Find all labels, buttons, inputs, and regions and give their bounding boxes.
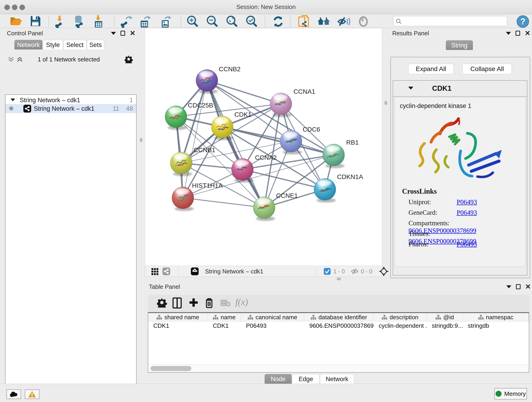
show-columns-icon[interactable] (172, 298, 182, 308)
collection-expand-icon[interactable] (11, 99, 15, 101)
table-cell[interactable]: stringdb (463, 321, 529, 330)
left-splitter-handle[interactable] (140, 138, 143, 142)
network-node-CDK1[interactable] (211, 116, 233, 140)
tab-sets[interactable]: Sets (87, 40, 104, 50)
add-column-icon[interactable] (189, 298, 199, 307)
crosslink-link[interactable]: P06493 (457, 209, 477, 216)
crosslink-link[interactable]: P06493 (457, 240, 477, 248)
network-node-RB1[interactable] (323, 144, 345, 168)
column-header-description[interactable]: description (374, 313, 427, 321)
warning-button[interactable] (25, 389, 39, 399)
tab-style[interactable]: Style (43, 40, 63, 50)
export-table-icon[interactable] (138, 15, 151, 27)
close-panel-icon[interactable]: ✕ (130, 31, 135, 36)
float-panel-icon[interactable] (515, 31, 520, 36)
tab-select[interactable]: Select (63, 40, 86, 50)
expand-all-button[interactable]: Expand All (408, 64, 454, 74)
cloud-status-button[interactable] (6, 389, 21, 399)
tab-network-table[interactable]: Network Table (320, 374, 354, 384)
selected-checkbox-icon[interactable] (324, 268, 331, 275)
import-table-icon[interactable] (92, 15, 105, 27)
column-header-name[interactable]: name (208, 313, 241, 321)
column-header-canonical-name[interactable]: canonical name (241, 313, 304, 321)
export-image-icon[interactable] (158, 15, 171, 27)
scrollbar-thumb[interactable] (151, 366, 191, 371)
table-cell[interactable]: P06493 (241, 321, 304, 330)
section-collapse-icon[interactable] (408, 87, 413, 89)
table-options-gear-icon[interactable] (157, 298, 167, 307)
column-header--id[interactable]: @id (427, 313, 463, 321)
network-row-label: String Network – cdk1 (34, 105, 94, 112)
memory-button[interactable]: Memory (494, 388, 527, 400)
float-panel-icon[interactable] (120, 31, 125, 36)
crosslink-label: Compartments: (409, 219, 457, 227)
network-options-gear-icon[interactable] (125, 55, 133, 63)
network-node-CCNB1[interactable] (170, 152, 192, 176)
clone-network-icon[interactable] (297, 15, 310, 27)
refresh-icon[interactable] (272, 15, 285, 27)
close-panel-icon[interactable]: ✕ (525, 31, 530, 36)
import-database-icon[interactable] (72, 15, 85, 27)
network-collection-row[interactable]: String Network – cdk1 1 (6, 96, 136, 104)
horizontal-scrollbar[interactable] (148, 364, 529, 372)
close-panel-icon[interactable]: ✕ (525, 284, 531, 289)
network-canvas[interactable]: CCNB2CCNA1CDC25BCDK1CDC6RB1CCNB1CCNA2CDK… (145, 28, 382, 266)
network-node-CDC6[interactable] (280, 130, 302, 154)
search-input[interactable] (404, 17, 504, 26)
table-cell[interactable]: 9606.ENSP00000378699 (304, 321, 374, 330)
network-node-CCNA2[interactable] (231, 158, 253, 183)
import-network-icon[interactable] (53, 15, 66, 27)
collapse-all-button[interactable]: Collapse All (462, 64, 512, 74)
tab-node-table[interactable]: Node Table (265, 374, 292, 384)
right-splitter-handle[interactable] (385, 101, 387, 105)
save-session-icon[interactable] (29, 15, 42, 27)
network-node-HIST1H1A[interactable] (172, 187, 194, 211)
network-edge-CCNE1-HIST1H1A[interactable] (183, 198, 264, 208)
zoom-in-icon[interactable] (186, 15, 199, 27)
network-node-CDC25B[interactable] (165, 106, 187, 130)
column-header-shared-name[interactable]: shared name (148, 313, 208, 321)
birds-eye-view-icon[interactable] (379, 267, 388, 276)
collapse-all-networks-icon[interactable] (8, 56, 14, 62)
hide-selected-icon[interactable] (337, 15, 350, 27)
collapse-panel-icon[interactable] (506, 32, 511, 35)
help-icon[interactable]: ? (516, 15, 529, 27)
zoom-selected-icon[interactable] (245, 15, 258, 27)
table-cell[interactable]: CDK1 (148, 321, 208, 330)
table-cell[interactable]: CDK1 (208, 321, 241, 330)
tab-network[interactable]: Network (14, 40, 42, 50)
delete-column-icon[interactable] (205, 298, 214, 308)
open-session-icon[interactable] (10, 15, 22, 27)
column-header-namespac[interactable]: namespac (463, 313, 529, 321)
first-neighbors-icon[interactable] (317, 15, 329, 27)
tab-string[interactable]: String (446, 40, 473, 50)
export-network-icon[interactable] (119, 15, 132, 27)
collapse-panel-icon[interactable] (111, 32, 116, 35)
network-edge-CCNB2-CCNA1[interactable] (207, 80, 281, 104)
table-cell[interactable]: stringdb:9... (427, 321, 463, 330)
zoom-fit-icon[interactable] (225, 15, 238, 27)
crosslink-link[interactable]: P06493 (457, 198, 477, 206)
collapse-panel-icon[interactable] (506, 285, 511, 288)
table-cell[interactable]: cyclin-dependent ... (374, 321, 427, 330)
column-header-label: description (389, 314, 418, 321)
float-panel-icon[interactable] (516, 284, 520, 289)
show-graphics-details-icon[interactable] (357, 15, 370, 27)
network-node-CDKN1A[interactable] (314, 178, 336, 203)
grid-view-icon[interactable] (152, 268, 158, 275)
gene-section-header[interactable]: CDK1 (393, 81, 527, 97)
column-header-database-identifier[interactable]: database identifier (304, 313, 374, 321)
network-node-CCNE1[interactable] (253, 197, 275, 221)
expand-all-networks-icon[interactable] (17, 56, 23, 62)
horizontal-splitter-handle[interactable] (337, 278, 341, 280)
table-row[interactable]: CDK1CDK1P064939606.ENSP00000378699cyclin… (148, 321, 529, 330)
network-edge-CCNB2-HIST1H1A[interactable] (183, 80, 207, 198)
network-row-selected[interactable]: String Network – cdk1 11 48 (6, 104, 136, 113)
tab-edge-table[interactable]: Edge Table (292, 374, 320, 384)
network-node-CCNA1[interactable] (270, 93, 292, 117)
network-badge-icon[interactable] (162, 268, 170, 275)
open-in-window-icon[interactable] (191, 268, 199, 275)
hidden-eye-icon[interactable] (351, 268, 359, 275)
zoom-out-icon[interactable] (206, 15, 219, 27)
collection-label: String Network – cdk1 (20, 97, 80, 104)
